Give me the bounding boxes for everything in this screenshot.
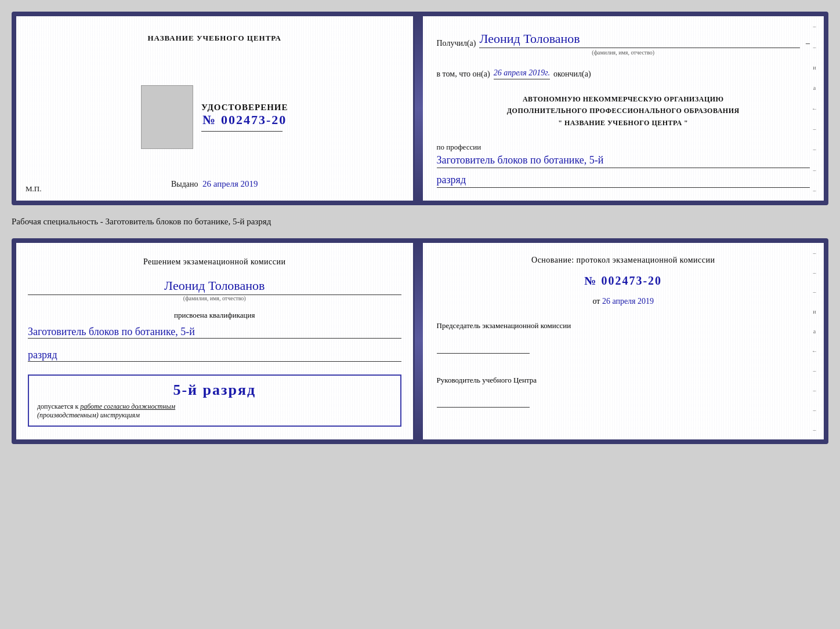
page-wrapper: НАЗВАНИЕ УЧЕБНОГО ЦЕНТРА УДОСТОВЕРЕНИЕ №… [12, 12, 828, 444]
specialty-text: Рабочая специальность - Заготовитель бло… [12, 216, 828, 228]
basis-date-value: 26 апреля 2019 [602, 297, 654, 306]
top-doc-right: Получил(а) Леонид Толованов – (фамилия, … [423, 16, 824, 201]
photo-placeholder [141, 85, 193, 149]
org-line2: ДОПОЛНИТЕЛЬНОГО ПРОФЕССИОНАЛЬНОГО ОБРАЗО… [437, 105, 810, 117]
cert-title-block: УДОСТОВЕРЕНИЕ № 002473-20 [201, 103, 288, 132]
qualification-name: Заготовитель блоков по ботанике, 5-й [28, 326, 401, 339]
right-margin-bottom: – – – и а ← – – – – [810, 243, 819, 439]
recipient-sub: (фамилия, имя, отчество) [437, 49, 810, 56]
basis-number: № 002473-20 [437, 274, 810, 288]
profession-block: по профессии Заготовитель блоков по бота… [437, 143, 810, 188]
person-sub: (фамилия, имя, отчество) [28, 295, 401, 301]
issued-label: Выдано [171, 180, 198, 188]
mp-label: М.П. [26, 184, 41, 194]
chairman-block: Председатель экзаменационной комиссии [437, 320, 810, 356]
basis-date-prefix: от [592, 297, 600, 306]
chairman-sig-line [437, 342, 530, 354]
date-label: в том, что он(а) [437, 70, 490, 79]
top-center-label: НАЗВАНИЕ УЧЕБНОГО ЦЕНТРА [147, 34, 281, 43]
decision-text: Решением экзаменационной комиссии [28, 256, 401, 268]
stamp-box: 5-й разряд допускается к работе согласно… [28, 375, 401, 427]
stamp-work: работе согласно должностным [80, 402, 175, 410]
bottom-doc-right: Основание: протокол экзаменационной коми… [423, 243, 824, 439]
date-value: 26 апреля 2019г. [494, 68, 550, 79]
rank-value: разряд [437, 174, 810, 188]
profession-label: по профессии [437, 143, 810, 152]
stamp-rank: 5-й разряд [37, 381, 392, 399]
issued-date: 26 апреля 2019 [202, 179, 258, 188]
basis-title: Основание: протокол экзаменационной коми… [437, 256, 810, 265]
director-sig-line [437, 396, 530, 408]
person-name-large: Леонид Толованов [28, 278, 401, 295]
stamp-desc: допускается к работе согласно должностны… [37, 402, 392, 411]
spine-top [415, 16, 423, 201]
chairman-label: Председатель экзаменационной комиссии [437, 320, 810, 332]
recipient-name: Леонид Толованов [479, 31, 800, 48]
profession-name: Заготовитель блоков по ботанике, 5-й [437, 154, 810, 168]
right-margin: – – и а ← – – – – [810, 16, 819, 201]
org-line3: " НАЗВАНИЕ УЧЕБНОГО ЦЕНТРА " [437, 117, 810, 129]
rank2-value: разряд [28, 349, 401, 362]
qualification-label: присвоена квалификация [28, 311, 401, 320]
basis-date: от 26 апреля 2019 [437, 297, 810, 306]
org-block: АВТОНОМНУЮ НЕКОММЕРЧЕСКУЮ ОРГАНИЗАЦИЮ ДО… [437, 93, 810, 129]
stamp-label: допускается к [37, 402, 78, 410]
director-block: Руководитель учебного Центра [437, 375, 810, 410]
top-document: НАЗВАНИЕ УЧЕБНОГО ЦЕНТРА УДОСТОВЕРЕНИЕ №… [12, 12, 828, 205]
bottom-document: Решением экзаменационной комиссии Леонид… [12, 238, 828, 444]
top-doc-left: НАЗВАНИЕ УЧЕБНОГО ЦЕНТРА УДОСТОВЕРЕНИЕ №… [16, 16, 415, 201]
stamp-italic: (производственным) инструкциям [37, 411, 392, 420]
spine-bottom [415, 243, 423, 439]
date-suffix: окончил(а) [553, 70, 591, 79]
recipient-line: Получил(а) Леонид Толованов – [437, 31, 810, 48]
cert-title-main: УДОСТОВЕРЕНИЕ [201, 103, 288, 112]
director-label: Руководитель учебного Центра [437, 375, 810, 386]
date-line: в том, что он(а) 26 апреля 2019г. окончи… [437, 68, 810, 79]
org-line1: АВТОНОМНУЮ НЕКОММЕРЧЕСКУЮ ОРГАНИЗАЦИЮ [437, 93, 810, 105]
recipient-block: Получил(а) Леонид Толованов – (фамилия, … [437, 29, 810, 56]
issued-line: Выдано 26 апреля 2019 [171, 179, 258, 189]
cert-number: № 002473-20 [201, 112, 288, 128]
recipient-label: Получил(а) [437, 39, 476, 48]
bottom-doc-left: Решением экзаменационной комиссии Леонид… [16, 243, 415, 439]
